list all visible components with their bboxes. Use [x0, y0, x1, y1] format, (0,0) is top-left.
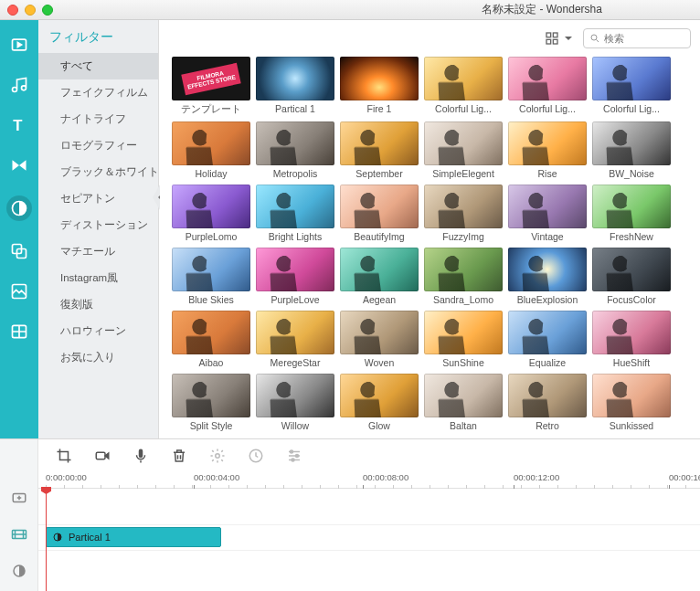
overlays-icon[interactable]: [9, 241, 29, 261]
category-item[interactable]: ハロウィーン: [38, 318, 158, 344]
window-title: 名称未設定 - Wondersha: [482, 2, 602, 17]
filter-tile[interactable]: Woven: [340, 311, 419, 368]
view-mode-toggle[interactable]: [545, 31, 576, 46]
category-item[interactable]: すべて: [38, 53, 158, 79]
close-window-button[interactable]: [7, 5, 18, 16]
filter-tile[interactable]: Retro: [508, 374, 587, 431]
filter-tile[interactable]: BW_Noise: [592, 121, 671, 179]
zoom-window-button[interactable]: [42, 5, 53, 16]
filter-tile[interactable]: Split Style: [172, 374, 250, 431]
filter-tile[interactable]: September: [340, 121, 419, 179]
filter-label: Glow: [340, 417, 419, 431]
main-toolbar: [159, 20, 700, 57]
search-input[interactable]: [604, 33, 684, 44]
filter-label: SunShine: [424, 354, 503, 368]
elements-icon[interactable]: [9, 281, 29, 301]
filter-tile[interactable]: Partical 1: [256, 57, 334, 116]
delete-tool-icon[interactable]: [170, 447, 188, 465]
transitions-icon[interactable]: [9, 155, 29, 175]
filter-tile[interactable]: Glow: [340, 374, 419, 431]
filter-label: Retro: [508, 417, 587, 431]
filter-tile[interactable]: Aibao: [172, 311, 250, 368]
filter-category-sidebar: フィルター すべてフェイクフィルムナイトライフロモグラフィーブラック＆ホワイトセ…: [38, 20, 159, 438]
category-item[interactable]: Instagram風: [38, 265, 158, 291]
filter-tile[interactable]: PurpleLomo: [172, 185, 250, 242]
window-titlebar: 名称未設定 - Wondersha: [0, 0, 700, 20]
category-item[interactable]: ディストーション: [38, 212, 158, 238]
filter-tile[interactable]: PurpleLove: [256, 248, 334, 305]
settings-tool-icon[interactable]: [208, 447, 227, 465]
timeline-clip[interactable]: Partical 1: [46, 527, 221, 547]
category-item[interactable]: お気に入り: [38, 344, 158, 371]
search-box[interactable]: [583, 28, 691, 48]
svg-point-20: [292, 459, 294, 461]
category-item[interactable]: 復刻版: [38, 291, 158, 318]
filter-tile[interactable]: Rise: [508, 121, 587, 179]
filter-label: Fire 1: [340, 100, 419, 114]
filter-tile[interactable]: Sandra_Lomo: [424, 248, 503, 305]
category-item[interactable]: マチエール: [38, 238, 158, 265]
music-icon[interactable]: [9, 75, 29, 95]
filter-tile[interactable]: Holiday: [172, 121, 250, 179]
filter-tile[interactable]: FILMORAEFFECTS STOREテンプレート: [172, 57, 250, 116]
add-track-icon[interactable]: [0, 480, 37, 516]
adjust-tool-icon[interactable]: [285, 447, 303, 465]
filter-tile[interactable]: FreshNew: [592, 185, 671, 242]
category-item[interactable]: ロモグラフィー: [38, 132, 158, 159]
svg-rect-10: [553, 39, 557, 44]
filter-track-icon[interactable]: [0, 553, 37, 589]
filter-tile[interactable]: BeautifyImg: [340, 185, 419, 242]
filter-tile[interactable]: Baltan: [424, 374, 503, 431]
filter-tile[interactable]: Aegean: [340, 248, 419, 305]
filter-tile[interactable]: Equalize: [508, 311, 587, 368]
category-item[interactable]: ブラック＆ホワイト: [38, 159, 158, 185]
timeline-toolbar: [38, 439, 700, 472]
filter-tile[interactable]: Colorful Lig...: [508, 57, 587, 116]
voiceover-tool-icon[interactable]: [132, 447, 150, 465]
filter-tile[interactable]: SunShine: [424, 311, 503, 368]
filter-tile[interactable]: MeregeStar: [256, 311, 334, 368]
video-track[interactable]: [38, 489, 700, 525]
category-item[interactable]: セピアトン: [38, 185, 158, 212]
filters-icon[interactable]: [6, 195, 32, 221]
svg-text:T: T: [13, 117, 22, 134]
timeline-ruler[interactable]: 0:00:00:0000:00:04:0000:00:08:0000:00:12…: [38, 472, 700, 489]
timeline-tracks[interactable]: Partical 1: [38, 489, 700, 591]
category-item[interactable]: フェイクフィルム: [38, 79, 158, 106]
filter-tile[interactable]: FuzzyImg: [424, 185, 503, 242]
crop-tool-icon[interactable]: [55, 447, 73, 465]
filter-tile[interactable]: BlueExplosion: [508, 248, 587, 305]
splitscreen-icon[interactable]: [9, 322, 29, 342]
filter-tile[interactable]: Bright Lights: [256, 185, 334, 242]
svg-point-16: [216, 454, 220, 459]
video-track-icon[interactable]: [0, 516, 37, 553]
filter-label: Split Style: [172, 417, 250, 431]
sidebar-header: フィルター: [38, 20, 158, 53]
filter-tile[interactable]: Willow: [256, 374, 334, 431]
filter-tile[interactable]: Colorful Lig...: [592, 57, 671, 116]
category-item[interactable]: ナイトライフ: [38, 106, 158, 132]
speed-tool-icon[interactable]: [247, 447, 265, 465]
filter-tile[interactable]: Blue Skies: [172, 248, 250, 305]
record-tool-icon[interactable]: [93, 447, 111, 465]
filter-tile[interactable]: HueShift: [592, 311, 671, 368]
filter-label: Metropolis: [256, 165, 334, 179]
filter-track[interactable]: Partical 1: [38, 525, 700, 551]
playhead[interactable]: [46, 489, 47, 591]
filter-label: FuzzyImg: [424, 228, 503, 242]
filter-tile[interactable]: Colorful Lig...: [424, 57, 503, 116]
filter-tile[interactable]: Fire 1: [340, 57, 419, 116]
window-controls: [7, 5, 53, 16]
filter-tile[interactable]: SimpleElegent: [424, 121, 503, 179]
text-icon[interactable]: T: [9, 115, 29, 135]
filter-label: PurpleLomo: [172, 228, 250, 242]
filter-label: FreshNew: [592, 228, 671, 242]
filter-tile[interactable]: Metropolis: [256, 121, 334, 179]
filter-tile[interactable]: Sunkissed: [592, 374, 671, 431]
filter-label: Woven: [340, 354, 419, 368]
filter-tile[interactable]: FocusColor: [592, 248, 671, 305]
filter-label: Aegean: [340, 291, 419, 305]
media-icon[interactable]: [9, 35, 29, 55]
filter-tile[interactable]: Vintage: [508, 185, 587, 242]
minimize-window-button[interactable]: [25, 5, 36, 16]
